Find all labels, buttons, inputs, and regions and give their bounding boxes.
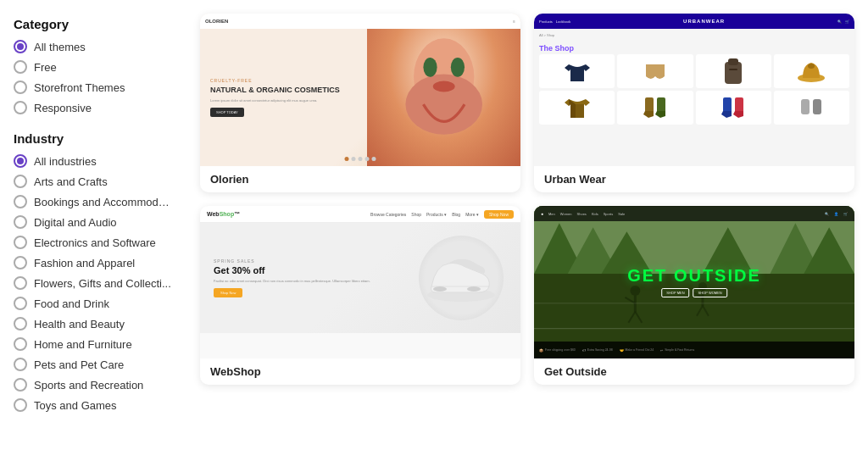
industry-home[interactable]: Home and Furniture xyxy=(14,337,173,351)
ws-hero: SPRING SALES Get 30% off Facilisi ac odi… xyxy=(200,223,520,333)
uw-product-tshirt xyxy=(539,54,615,88)
category-free[interactable]: Free xyxy=(14,60,173,74)
getoutside-label: Get Outside xyxy=(534,358,854,385)
olorien-title: NATURAL & ORGANIC COSMETICS xyxy=(210,86,366,95)
svg-point-3 xyxy=(450,58,464,77)
themes-grid-container: OLORIEN ≡ Cruelty-Free NATURAL & ORGANIC… xyxy=(186,0,868,450)
radio-storefront xyxy=(14,81,27,94)
olorien-navbar: OLORIEN ≡ xyxy=(200,14,520,29)
svg-rect-6 xyxy=(728,58,738,65)
category-storefront[interactable]: Storefront Themes xyxy=(14,81,173,94)
svg-rect-15 xyxy=(801,99,810,114)
olorien-preview: OLORIEN ≡ Cruelty-Free NATURAL & ORGANIC… xyxy=(200,14,520,166)
radio-flowers xyxy=(14,276,27,290)
go-hero-text: GET OUTSIDE SHOP MEN SHOP WOMEN xyxy=(627,267,761,297)
svg-point-19 xyxy=(467,286,481,292)
theme-card-urbanwear[interactable]: Products Lookbook URBANWEAR 🔍 🛒 All > Sh… xyxy=(534,14,854,192)
ws-shoe-graphic xyxy=(410,227,512,329)
industry-bookings[interactable]: Bookings and Accommodat... xyxy=(14,195,173,208)
radio-all-themes xyxy=(14,40,27,53)
olorien-label: Olorien xyxy=(200,166,520,192)
uw-product-backpack xyxy=(696,54,771,88)
go-cta-buttons: SHOP MEN SHOP WOMEN xyxy=(627,288,761,297)
industry-food[interactable]: Food and Drink xyxy=(14,297,173,310)
category-responsive[interactable]: Responsive xyxy=(14,101,173,114)
olorien-dots xyxy=(345,157,376,161)
go-footer-friend: 🤝 Make a Friend Oct 24 xyxy=(620,348,654,353)
uw-product-jacket xyxy=(539,91,615,125)
uw-products-row1 xyxy=(534,54,854,88)
uw-product-socks1 xyxy=(617,91,693,125)
svg-point-2 xyxy=(423,58,437,77)
radio-food xyxy=(14,297,27,310)
ws-sale-tag: SPRING SALES xyxy=(214,258,370,264)
industry-digital[interactable]: Digital and Audio xyxy=(14,215,173,229)
radio-pets xyxy=(14,358,27,371)
ws-logo: WebShop™ xyxy=(207,211,240,217)
svg-point-9 xyxy=(808,64,815,69)
uw-product-socks2 xyxy=(696,91,771,125)
getoutside-preview: ● Men Women Shoes Kids Sports Sale 🔍 👤 🛒… xyxy=(534,206,854,358)
webshop-label: WebShop xyxy=(200,358,520,385)
radio-digital xyxy=(14,215,27,229)
industry-pets[interactable]: Pets and Pet Care xyxy=(14,358,173,371)
radio-home xyxy=(14,337,27,351)
go-footer-bar: 📦 Free shipping over $60 🏷 Extra Saving … xyxy=(534,342,854,358)
ws-cta: Shop Now xyxy=(214,288,242,297)
go-footer-saving: 🏷 Extra Saving 24-98 xyxy=(582,348,613,353)
olorien-content: Cruelty-Free NATURAL & ORGANIC COSMETICS… xyxy=(200,29,376,166)
uw-products-row2 xyxy=(534,88,854,127)
uw-navbar: Products Lookbook URBANWEAR 🔍 🛒 xyxy=(534,14,854,29)
go-footer-shipping: 📦 Free shipping over $60 xyxy=(539,348,576,353)
go-footer-returns: ↩ Simple & Fast Returns xyxy=(660,348,694,353)
uw-section-title: The Shop xyxy=(534,41,854,54)
industry-section-title: Industry xyxy=(14,131,173,146)
go-btn-shop-men: SHOP MEN xyxy=(661,288,689,297)
olorien-tag: Cruelty-Free xyxy=(210,78,366,83)
go-headline: GET OUTSIDE xyxy=(627,267,761,284)
webshop-preview: WebShop™ Browse Categories Shop Products… xyxy=(200,206,520,358)
category-section-title: Category xyxy=(14,17,173,31)
industry-electronics[interactable]: Electronics and Software xyxy=(14,236,173,249)
radio-industry-all xyxy=(14,154,27,168)
radio-free xyxy=(14,60,27,74)
uw-product-gloves xyxy=(774,91,849,125)
radio-arts xyxy=(14,175,27,188)
urbanwear-label: Urban Wear xyxy=(534,166,854,192)
uw-product-hat xyxy=(774,54,849,88)
industry-health[interactable]: Health and Beauty xyxy=(14,317,173,331)
industry-sports[interactable]: Sports and Recreation xyxy=(14,378,173,392)
ws-hero-desc: Facilisi ac odio amet consequat. Orci no… xyxy=(214,279,370,284)
theme-card-webshop[interactable]: WebShop™ Browse Categories Shop Products… xyxy=(200,206,520,385)
category-all-themes[interactable]: All themes xyxy=(14,40,173,53)
olorien-face-graphic xyxy=(367,29,520,166)
theme-card-olorien[interactable]: OLORIEN ≡ Cruelty-Free NATURAL & ORGANIC… xyxy=(200,14,520,192)
radio-fashion xyxy=(14,256,27,269)
radio-responsive xyxy=(14,101,27,114)
uw-subnav: All > Shop xyxy=(534,29,854,41)
olorien-image xyxy=(367,29,520,166)
ws-hero-title: Get 30% off xyxy=(214,265,370,276)
uw-product-shorts xyxy=(617,54,693,88)
radio-electronics xyxy=(14,236,27,249)
svg-rect-16 xyxy=(813,99,821,114)
go-btn-shop-women: SHOP WOMEN xyxy=(693,288,727,297)
industry-fashion[interactable]: Fashion and Apparel xyxy=(14,256,173,269)
industry-all[interactable]: All industries xyxy=(14,154,173,168)
radio-health xyxy=(14,317,27,331)
go-navbar: ● Men Women Shoes Kids Sports Sale 🔍 👤 🛒 xyxy=(534,206,854,221)
sidebar: Category All themes Free Storefront Them… xyxy=(0,0,186,450)
ws-hero-content: SPRING SALES Get 30% off Facilisi ac odi… xyxy=(214,258,370,297)
olorien-cta: SHOP TODAY xyxy=(210,108,244,117)
ws-navbar: WebShop™ Browse Categories Shop Products… xyxy=(200,206,520,223)
ws-shoe-circle xyxy=(419,236,504,320)
svg-point-18 xyxy=(433,286,447,292)
themes-grid: OLORIEN ≡ Cruelty-Free NATURAL & ORGANIC… xyxy=(200,14,854,385)
olorien-desc: Lorem ipsum dolor sit amet consectetur a… xyxy=(210,98,366,103)
industry-toys[interactable]: Toys and Games xyxy=(14,398,173,412)
theme-card-getoutside[interactable]: ● Men Women Shoes Kids Sports Sale 🔍 👤 🛒… xyxy=(534,206,854,385)
industry-flowers[interactable]: Flowers, Gifts and Collecti... xyxy=(14,276,173,290)
industry-arts[interactable]: Arts and Crafts xyxy=(14,175,173,188)
radio-toys xyxy=(14,398,27,412)
svg-rect-7 xyxy=(729,69,737,70)
